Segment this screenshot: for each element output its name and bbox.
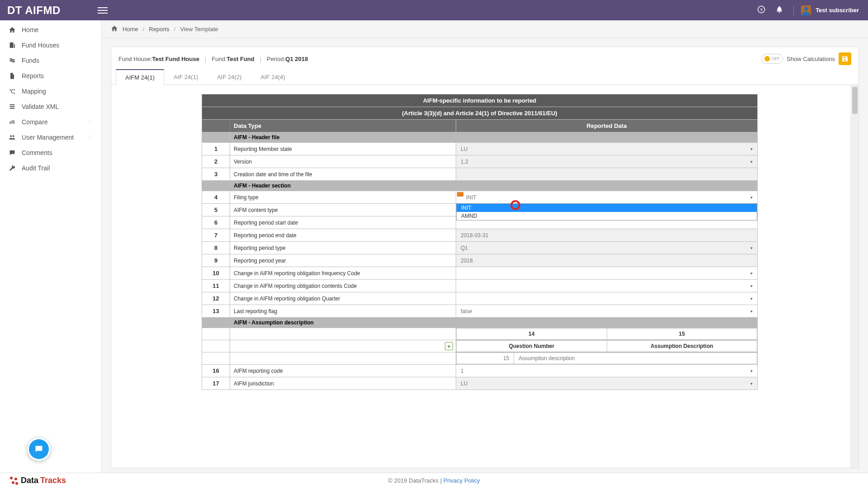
sidebar-item-label: Fund Houses: [22, 42, 59, 49]
row-value-11[interactable]: [456, 280, 758, 292]
sidebar-item-reports[interactable]: Reports: [0, 68, 101, 84]
row-label: AIFM content type: [230, 204, 456, 216]
row-value-10[interactable]: [456, 267, 758, 280]
row-value-2: 1.2: [456, 155, 758, 168]
sidebar-item-fund-houses[interactable]: Fund Houses: [0, 38, 101, 53]
privacy-link[interactable]: Privacy Policy: [443, 477, 480, 484]
topbar: DT AIFMD ? Test subscriber: [0, 0, 868, 20]
sidebar-item-comments[interactable]: Comments: [0, 145, 101, 160]
row-label: Reporting period year: [230, 254, 456, 267]
sidebar-item-label: Mapping: [22, 88, 46, 95]
stack-icon: [8, 103, 16, 110]
report-panel: Fund House: Test Fund House | Fund: Test…: [111, 47, 859, 468]
row-value-17: LU: [456, 377, 758, 390]
assumption-desc[interactable]: Assumption description: [514, 353, 757, 364]
wrench-icon: [8, 164, 16, 172]
report-grid: AIFM-specific information to be reported…: [202, 94, 758, 390]
row-value-16[interactable]: 1: [456, 365, 758, 377]
sidebar-item-audit-trail[interactable]: Audit Trail: [0, 160, 101, 176]
grid-title-2: (Article 3(3)(d) and Article 24(1) of Di…: [202, 107, 758, 120]
bell-icon[interactable]: [775, 5, 783, 15]
chevron-right-icon: 〉: [89, 134, 93, 141]
sidebar-item-label: Compare: [22, 118, 48, 126]
random-icon: [8, 88, 16, 95]
bars-icon: [8, 118, 16, 126]
row-value-12[interactable]: [456, 292, 758, 305]
tab-aif-24-1-[interactable]: AIF 24(1): [164, 69, 208, 85]
section-assumption: AIFM - Assumption description: [230, 318, 758, 328]
row-label: Creation date and time of the file: [230, 168, 456, 181]
sidebar-item-label: Home: [22, 26, 38, 33]
add-row-button[interactable]: +: [445, 342, 453, 350]
grid-title-1: AIFM-specific information to be reported: [202, 94, 758, 107]
col-reported: Reported Data: [456, 120, 758, 132]
row-value-1: LU: [456, 143, 758, 155]
sidebar-item-label: Validate XML: [22, 103, 59, 110]
svg-text:?: ?: [760, 7, 763, 12]
scrollbar-vertical[interactable]: [850, 85, 859, 468]
dropdown-menu[interactable]: INITAMND: [456, 203, 757, 221]
row-value-7: 2018-03-31: [456, 229, 758, 242]
save-button[interactable]: [839, 52, 851, 65]
tab-aif-24-4-[interactable]: AIF 24(4): [251, 69, 294, 85]
menu-toggle-icon[interactable]: [98, 5, 108, 15]
row-value-9: 2018: [456, 254, 758, 267]
file-icon: [8, 72, 16, 80]
sidebar-item-user-management[interactable]: User Management〉: [0, 130, 101, 145]
tab-bar: AIFM 24(1)AIF 24(1)AIF 24(2)AIF 24(4): [111, 69, 859, 85]
row-label: Reporting Member state: [230, 143, 456, 155]
bc-current: View Template: [180, 26, 218, 33]
home-icon: [8, 26, 16, 33]
logo-icon: [9, 476, 19, 486]
sidebar-item-label: Funds: [22, 57, 39, 64]
dropdown-option[interactable]: INIT: [457, 204, 757, 212]
row-label: Filing type: [230, 191, 456, 204]
section-header-section: AIFM - Header section: [230, 181, 758, 191]
grid-scroll-area[interactable]: AIFM-specific information to be reported…: [111, 85, 859, 468]
sidebar-item-label: Reports: [22, 72, 44, 80]
user-menu[interactable]: Test subscriber: [793, 5, 859, 15]
row-value-13[interactable]: false: [456, 305, 758, 318]
sidebar-item-label: User Management: [22, 134, 74, 141]
dropdown-option[interactable]: AMND: [457, 212, 757, 220]
row-label: Change in AIFM reporting obligation freq…: [230, 267, 456, 280]
row-label: Reporting period end date: [230, 229, 456, 242]
row-value-4[interactable]: INITINITAMND: [456, 191, 758, 204]
avatar: [801, 5, 811, 15]
bc-home[interactable]: Home: [123, 26, 138, 33]
footer: DataTracks © 2019 DataTracks | Privacy P…: [0, 473, 868, 488]
chevron-right-icon: 〉: [89, 119, 93, 125]
row-value-3: [456, 168, 758, 181]
tab-aifm-24-1-[interactable]: AIFM 24(1): [116, 69, 164, 85]
assumption-qn[interactable]: 15: [457, 353, 514, 364]
home-icon[interactable]: [111, 25, 118, 33]
help-icon[interactable]: ?: [757, 5, 765, 15]
chat-fab[interactable]: [27, 437, 51, 461]
row-label: Last reporting flag: [230, 305, 456, 318]
comment-icon: [8, 149, 16, 156]
coins-icon: [8, 57, 16, 64]
bc-reports[interactable]: Reports: [149, 26, 170, 33]
sidebar-item-label: Audit Trail: [22, 164, 50, 172]
sidebar-item-home[interactable]: Home: [0, 22, 101, 38]
tab-aif-24-2-[interactable]: AIF 24(2): [208, 69, 251, 85]
panel-header: Fund House: Test Fund House | Fund: Test…: [111, 47, 859, 70]
breadcrumb: Home / Reports / View Template: [102, 20, 868, 38]
sidebar-item-mapping[interactable]: Mapping: [0, 84, 101, 99]
sidebar-item-validate-xml[interactable]: Validate XML: [0, 99, 101, 114]
section-header-file: AIFM - Header file: [230, 132, 758, 143]
row-label: Change in AIFM reporting obligation Quar…: [230, 292, 456, 305]
users-icon: [8, 134, 16, 141]
col-data-type: Data Type: [230, 120, 456, 132]
show-calc-toggle[interactable]: OFF: [761, 54, 783, 64]
row-label: Reporting period type: [230, 242, 456, 254]
footer-logo: DataTracks: [9, 476, 66, 486]
sidebar-item-funds[interactable]: Funds: [0, 53, 101, 68]
show-calc-label: Show Calculations: [787, 56, 835, 62]
row-label: Reporting period start date: [230, 216, 456, 229]
building-icon: [8, 42, 16, 49]
sidebar-item-compare[interactable]: Compare〉: [0, 114, 101, 130]
user-name: Test subscriber: [816, 7, 859, 14]
sidebar-item-label: Comments: [22, 149, 52, 156]
row-label: AIFM jurisdiction: [230, 377, 456, 390]
